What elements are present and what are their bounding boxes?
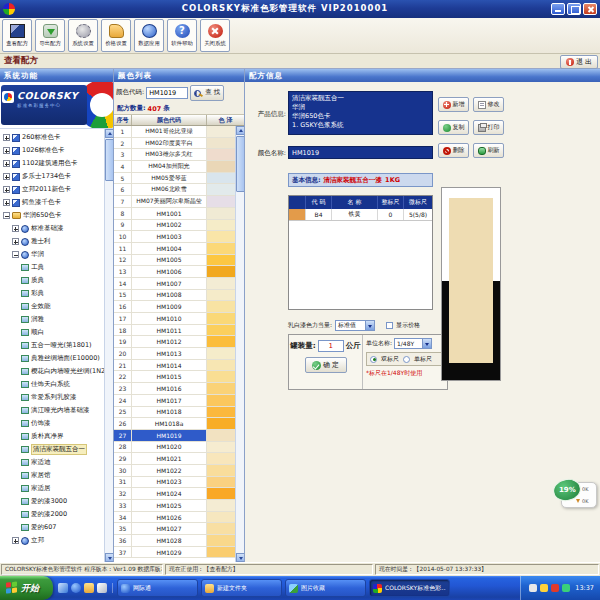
color-list-row[interactable]: 11HM1004 [114,243,235,255]
toolbar-button-data[interactable]: 数据应用 [134,19,164,52]
color-list-row[interactable]: 12HM1005 [114,255,235,267]
color-list-row[interactable]: 32HM1024 [114,488,235,500]
edit-button[interactable]: 修改 [473,97,504,112]
start-button[interactable]: 开始 [0,576,53,600]
color-list-row[interactable]: 29HM1021 [114,453,235,465]
refresh-button[interactable]: 刷新 [473,143,504,158]
net-monitor-widget[interactable]: 0K 0K 19% [553,479,597,511]
tray-network-icon[interactable] [562,584,570,592]
tree-item[interactable]: 五合一哑光(第1801) [1,339,103,352]
tree-item[interactable]: 雅士利 [1,235,103,248]
color-list-row[interactable]: 17HM1010 [114,313,235,325]
show-price-checkbox[interactable] [386,322,393,329]
find-button[interactable]: 查 找 [190,85,224,101]
tree-item[interactable]: 彩典 [1,287,103,300]
tray-input-method-icon[interactable] [529,584,537,592]
tree-item[interactable]: 质朴真净界 [1,430,103,443]
media-player-icon[interactable] [97,583,107,593]
color-list-row[interactable]: 27HM1019 [114,430,235,442]
show-desktop-icon[interactable] [58,583,68,593]
tree-item[interactable]: 顺白 [1,326,103,339]
tree-item[interactable]: 260标准色卡 [1,131,103,144]
color-list-row[interactable]: 30HM1022 [114,465,235,477]
tree-item[interactable]: 工典 [1,261,103,274]
color-list-row[interactable]: 16HM1009 [114,301,235,313]
expand-icon[interactable] [12,238,19,245]
color-list-row[interactable]: 1HM01哥伦比亚绿 [114,126,235,138]
tree-item[interactable]: 标准基础漆 [1,222,103,235]
scroll-down-icon[interactable] [236,553,244,562]
scroll-up-icon[interactable] [105,129,113,138]
color-list-row[interactable]: 5HM05爱琴蓝 [114,173,235,185]
color-list-row[interactable]: 34HM1026 [114,512,235,524]
tree-item[interactable]: 常爱系列乳胶漆 [1,391,103,404]
expand-icon[interactable] [12,537,19,544]
taskbar-task-pic[interactable]: 图片收藏 [285,579,366,597]
tree-item[interactable]: 家居馆 [1,469,103,482]
color-list-row[interactable]: 8HM1001 [114,208,235,220]
maximize-button[interactable] [567,3,581,15]
tray-antivirus-icon[interactable] [551,584,559,592]
scroll-thumb[interactable] [236,136,244,192]
scroll-down-icon[interactable] [105,553,113,562]
expand-icon[interactable] [12,225,19,232]
del-button[interactable]: 删除 [438,143,469,158]
color-list-row[interactable]: 6HM06北欧雪 [114,184,235,196]
color-list-row[interactable]: 20HM1013 [114,348,235,360]
color-list-row[interactable]: 37HM1029 [114,547,235,559]
tree-item[interactable]: 华润650色卡 [1,209,103,222]
tree-scrollbar[interactable] [104,129,113,562]
expand-icon[interactable] [3,147,10,154]
color-list-row[interactable]: 22HM1015 [114,371,235,383]
toolbar-button-settings[interactable]: 系统设置 [68,19,98,52]
tree-item[interactable]: 爱的607 [1,521,103,534]
color-list-row[interactable]: 3HM03维尔多戈红 [114,149,235,161]
tree-item[interactable]: 典雅丝绸墙面(E10000) [1,352,103,365]
folder-icon[interactable] [84,583,94,593]
tree-item[interactable]: 1102建筑通用色卡 [1,157,103,170]
add-button[interactable]: 新增 [438,97,469,112]
list-scrollbar[interactable] [235,126,244,562]
tree-item[interactable]: 清洁家装靓五合一 [1,443,103,456]
scroll-thumb[interactable] [105,139,113,181]
tree-item[interactable]: 立邦 [1,534,103,547]
color-list-row[interactable]: 33HM1025 [114,500,235,512]
chevron-down-icon[interactable] [365,321,374,330]
color-code-input[interactable] [146,87,188,99]
collapse-icon[interactable] [12,251,19,258]
tree-item[interactable]: 华润 [1,248,103,261]
scroll-up-icon[interactable] [236,126,244,135]
color-list-row[interactable]: 36HM1028 [114,535,235,547]
tree-item[interactable]: 质典 [1,274,103,287]
copy-button[interactable]: 复制 [438,120,469,135]
color-list-row[interactable]: 19HM1012 [114,336,235,348]
color-list-row[interactable]: 13HM1006 [114,266,235,278]
colorant-row[interactable]: B4铁黄05(5/8) [289,209,432,221]
color-list-row[interactable]: 28HM1020 [114,442,235,454]
fill-amount-input[interactable] [318,340,344,352]
browser-icon[interactable] [71,583,81,593]
tree-item[interactable]: 全效能 [1,300,103,313]
taskbar-task-ie[interactable]: 网际通 [117,579,198,597]
tree-item[interactable]: 润雅 [1,313,103,326]
color-list-row[interactable]: 25HM1018 [114,407,235,419]
tree-item[interactable]: 鳄鱼漆千色卡 [1,196,103,209]
toolbar-button-closesys[interactable]: 关闭系统 [200,19,230,52]
expand-icon[interactable] [3,134,10,141]
strength-select[interactable]: 标准值 [335,320,375,331]
color-list-row[interactable]: 18HM1011 [114,325,235,337]
tree-item[interactable]: 爱的漆3000 [1,495,103,508]
color-list-row[interactable]: 24HM1017 [114,395,235,407]
tree-item[interactable]: 爱的漆2000 [1,508,103,521]
color-list-row[interactable]: 15HM1008 [114,290,235,302]
tree-item[interactable]: 家适迪 [1,456,103,469]
confirm-button[interactable]: 确 定 [305,357,347,373]
color-list-row[interactable]: 35HM1027 [114,523,235,535]
print-button[interactable]: 打印 [473,120,504,135]
tree-item[interactable]: 漓江哑光内墙基础漆 [1,404,103,417]
tree-item[interactable]: 立邦2011新色卡 [1,183,103,196]
tree-item[interactable]: 佳饰天白系统 [1,378,103,391]
single-scale-radio[interactable] [403,356,410,363]
color-list-row[interactable]: 14HM1007 [114,278,235,290]
toolbar-button-help[interactable]: 软件帮助 [167,19,197,52]
